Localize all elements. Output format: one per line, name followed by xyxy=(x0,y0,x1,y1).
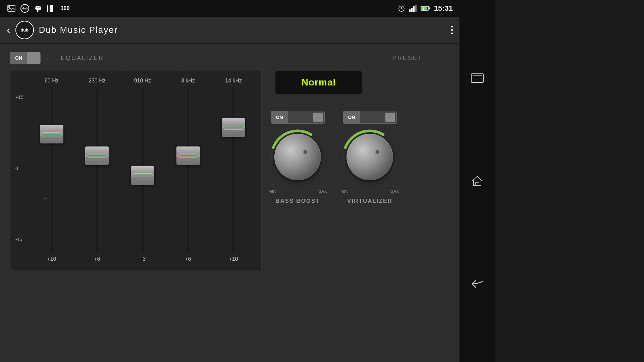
eq-sliders: +15 0 -15 60 Hz xyxy=(15,78,256,262)
svg-line-20 xyxy=(404,5,404,6)
svg-rect-22 xyxy=(411,8,413,12)
virtualizer-knob-body[interactable] xyxy=(346,134,393,180)
bass-boost-knob[interactable] xyxy=(268,128,327,186)
virtualizer-toggle-knob[interactable] xyxy=(385,113,395,122)
effects-row: ON xyxy=(268,104,449,204)
y-axis: +15 0 -15 xyxy=(15,78,29,262)
status-right: 15:31 xyxy=(398,4,453,13)
preset-button[interactable]: Normal xyxy=(275,71,362,94)
virtualizer-min-max: MIN MAX xyxy=(340,189,399,194)
svg-rect-12 xyxy=(50,5,51,12)
right-panel: Normal ON xyxy=(268,71,449,271)
bass-boost-max-label: MAX xyxy=(318,189,327,194)
svg-rect-17 xyxy=(56,5,56,12)
y-axis-top: +15 xyxy=(15,95,26,100)
bass-boost-label: BASS BOOST xyxy=(275,198,320,204)
svg-rect-35 xyxy=(476,182,479,186)
freq-label-230hz: 230 Hz xyxy=(89,78,106,84)
virtualizer-toggle-track[interactable] xyxy=(360,111,396,123)
overflow-menu-button[interactable] xyxy=(451,26,453,34)
eq-section-label: EQUALIZER xyxy=(61,55,104,62)
bass-boost-knob-body[interactable] xyxy=(274,134,321,180)
svg-rect-11 xyxy=(49,5,49,12)
status-bar: dub xyxy=(0,0,460,17)
svg-point-2 xyxy=(37,7,38,8)
gallery-icon xyxy=(7,5,16,12)
bass-boost-min-max: MIN MAX xyxy=(268,189,327,194)
nav-window-button[interactable] xyxy=(468,69,487,87)
db-value-230hz: +6 xyxy=(94,256,100,262)
bass-boost-knob-dot xyxy=(304,150,307,154)
slider-thumb-230hz[interactable] xyxy=(85,146,109,165)
virtualizer-toggle[interactable]: ON xyxy=(343,111,397,124)
virtualizer-toggle-on[interactable]: ON xyxy=(343,111,360,123)
svg-rect-23 xyxy=(413,6,415,12)
battery-icon xyxy=(421,6,430,11)
virtualizer-knob[interactable] xyxy=(340,128,399,186)
slider-track-60hz[interactable] xyxy=(51,89,53,253)
signal-icon xyxy=(409,5,417,12)
slider-track-area-230hz[interactable] xyxy=(74,89,120,253)
slider-track-area-60hz[interactable] xyxy=(29,89,74,253)
svg-rect-7 xyxy=(41,7,41,9)
back-button[interactable]: ‹ xyxy=(7,24,10,36)
svg-rect-34 xyxy=(473,75,482,76)
freq-label-3khz: 3 kHz xyxy=(181,78,195,84)
slider-track-area-14khz[interactable] xyxy=(211,89,256,253)
slider-track-14khz[interactable] xyxy=(232,89,234,253)
virtualizer-label: VIRTUALIZER xyxy=(347,198,392,204)
app-bar: ‹ dub Dub Music Player xyxy=(0,17,460,44)
slider-thumb-3khz[interactable] xyxy=(176,146,200,165)
time-display: 15:31 xyxy=(434,4,453,13)
svg-rect-14 xyxy=(52,5,53,12)
nav-sidebar xyxy=(460,0,495,362)
android-icon xyxy=(34,5,43,12)
bass-boost-unit: ON xyxy=(268,111,327,204)
nav-back-button[interactable] xyxy=(468,275,487,293)
svg-point-3 xyxy=(39,7,40,8)
slider-channel-910hz: 910 Hz +3 xyxy=(120,78,165,262)
freq-label-14khz: 14 kHz xyxy=(225,78,242,84)
app-bar-left: ‹ dub Dub Music Player xyxy=(7,21,118,39)
hundred-icon: 100 xyxy=(60,5,70,12)
nav-home-button[interactable] xyxy=(468,172,487,190)
slider-channel-3khz: 3 kHz +6 xyxy=(165,78,211,262)
db-value-910hz: +3 xyxy=(140,256,146,262)
bass-boost-toggle-on[interactable]: ON xyxy=(271,111,288,123)
slider-track-230hz[interactable] xyxy=(96,89,98,253)
svg-rect-24 xyxy=(415,5,417,12)
eq-sliders-container: +15 0 -15 60 Hz xyxy=(10,71,262,271)
eq-toggle-slider[interactable] xyxy=(27,52,40,64)
slider-channel-230hz: 230 Hz +6 xyxy=(74,78,120,262)
svg-rect-9 xyxy=(39,10,39,12)
bass-boost-toggle-knob[interactable] xyxy=(313,113,323,122)
slider-thumb-14khz[interactable] xyxy=(222,118,245,137)
svg-rect-33 xyxy=(471,74,483,82)
virtualizer-knob-dot xyxy=(376,150,379,154)
freq-label-60hz: 60 Hz xyxy=(45,78,59,84)
bass-boost-toggle-track[interactable] xyxy=(288,111,324,123)
bass-boost-toggle[interactable]: ON xyxy=(271,111,325,124)
y-axis-bot: -15 xyxy=(15,237,26,242)
freq-label-910hz: 910 Hz xyxy=(134,78,151,84)
slider-channel-60hz: 60 Hz xyxy=(29,78,74,262)
eq-toggle[interactable]: ON xyxy=(10,52,41,64)
slider-thumb-910hz[interactable] xyxy=(131,166,154,185)
svg-rect-26 xyxy=(429,7,430,9)
slider-track-area-910hz[interactable] xyxy=(120,89,165,253)
slider-track-3khz[interactable] xyxy=(187,89,189,253)
slider-thumb-60hz[interactable] xyxy=(40,125,63,143)
svg-rect-16 xyxy=(55,5,55,12)
svg-rect-1 xyxy=(8,6,10,8)
virtualizer-unit: ON xyxy=(340,111,399,204)
eq-toggle-on-label[interactable]: ON xyxy=(10,52,27,64)
slider-track-910hz[interactable] xyxy=(142,89,144,253)
slider-track-area-3khz[interactable] xyxy=(165,89,211,253)
svg-rect-10 xyxy=(47,5,48,12)
barcode-icon xyxy=(47,5,56,12)
virtualizer-min-label: MIN xyxy=(340,189,348,194)
db-value-60hz: +10 xyxy=(47,256,56,262)
eq-panel: +15 0 -15 60 Hz xyxy=(10,71,449,271)
y-axis-mid: 0 xyxy=(15,166,26,171)
slider-channel-14khz: 14 kHz +10 xyxy=(211,78,256,262)
